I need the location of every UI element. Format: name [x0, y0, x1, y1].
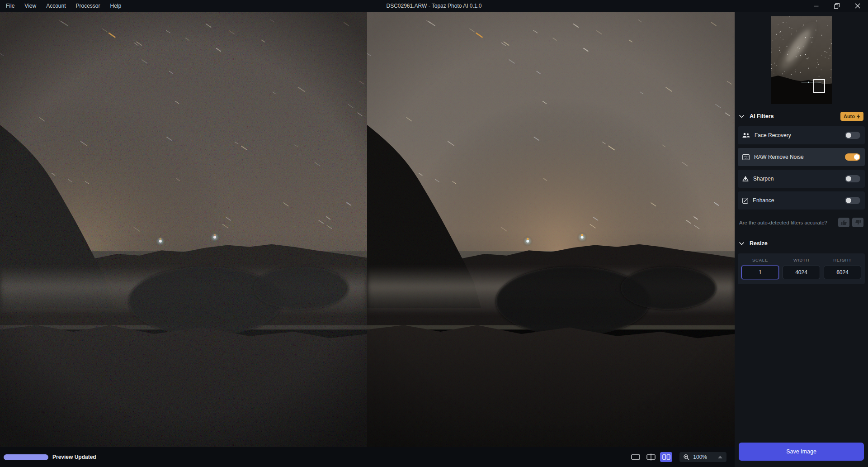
feedback-question: Are the auto-detected filters accurate? — [739, 220, 835, 225]
filter-row-enhance[interactable]: Enhance — [738, 191, 865, 210]
raw-remove-noise-toggle[interactable] — [845, 153, 860, 161]
titlebar: File View Account Processor Help DSC0296… — [0, 0, 868, 12]
thumbs-up-icon — [841, 219, 847, 225]
chevron-down-icon — [739, 115, 744, 118]
filter-label: Enhance — [753, 197, 774, 204]
side-by-side-view-icon — [662, 454, 670, 460]
before-image-panel[interactable] — [0, 12, 367, 447]
resize-card: SCALE WIDTH HEIGHT — [738, 253, 865, 284]
chevron-down-icon — [739, 242, 744, 245]
face-recovery-icon — [742, 133, 750, 138]
toggle-knob — [854, 154, 859, 160]
window-controls — [806, 0, 868, 12]
lightning-icon — [857, 114, 860, 119]
filter-row-raw-remove-noise[interactable]: RAW Remove Noise — [738, 148, 865, 166]
zoom-dropdown-caret-icon[interactable] — [718, 456, 722, 458]
filter-row-face-recovery[interactable]: Face Recovery — [738, 126, 865, 144]
height-label: HEIGHT — [824, 257, 861, 262]
thumbs-up-button[interactable] — [838, 218, 849, 227]
minimize-icon — [814, 4, 819, 9]
sharpen-toggle[interactable] — [845, 175, 860, 182]
menu-account[interactable]: Account — [41, 0, 71, 12]
sidebar: AI Filters Auto Face R — [735, 12, 868, 467]
menu-view[interactable]: View — [19, 0, 41, 12]
face-recovery-toggle[interactable] — [845, 132, 860, 139]
toggle-knob — [846, 133, 851, 138]
toggle-knob — [846, 176, 851, 181]
remove-noise-icon — [742, 154, 750, 160]
restore-button[interactable] — [826, 0, 847, 12]
image-comparison-viewport — [0, 12, 735, 447]
thumbs-down-button[interactable] — [852, 218, 863, 227]
auto-button[interactable]: Auto — [840, 112, 863, 121]
filter-label: Sharpen — [753, 176, 774, 182]
filter-feedback-row: Are the auto-detected filters accurate? — [738, 218, 865, 227]
after-image-panel[interactable] — [367, 12, 735, 447]
resize-title: Resize — [750, 240, 768, 247]
menu-file[interactable]: File — [1, 0, 19, 12]
width-input[interactable] — [783, 266, 820, 279]
enhance-toggle[interactable] — [845, 197, 860, 204]
menu-processor[interactable]: Processor — [71, 0, 105, 12]
enhance-icon — [742, 198, 748, 204]
filter-row-sharpen[interactable]: Sharpen — [738, 170, 865, 188]
sharpen-icon — [742, 176, 749, 181]
save-image-button[interactable]: Save Image — [739, 443, 864, 461]
close-icon — [855, 3, 860, 9]
scale-label: SCALE — [741, 257, 779, 262]
filter-label: Face Recovery — [755, 132, 791, 138]
scale-field: SCALE — [741, 257, 779, 279]
after-image — [367, 12, 735, 447]
toggle-knob — [846, 198, 851, 203]
auto-button-label: Auto — [844, 114, 855, 119]
zoom-control[interactable]: 100% — [679, 452, 726, 462]
status-text: Preview Updated — [52, 454, 96, 460]
single-view-button[interactable] — [629, 452, 642, 462]
restore-icon — [834, 3, 840, 9]
width-label: WIDTH — [783, 257, 820, 262]
scale-input[interactable] — [741, 266, 779, 279]
split-view-icon — [646, 453, 656, 461]
navigator-thumbnail[interactable] — [771, 16, 832, 104]
ai-filters-header[interactable]: AI Filters Auto — [738, 110, 865, 123]
ai-filters-title: AI Filters — [750, 113, 774, 119]
height-field: HEIGHT — [824, 257, 861, 279]
resize-header[interactable]: Resize — [738, 237, 865, 250]
single-view-icon — [631, 454, 640, 460]
app-window: File View Account Processor Help DSC0296… — [0, 0, 868, 467]
side-by-side-view-button[interactable] — [660, 452, 672, 462]
thumbnail-viewport-rect[interactable] — [813, 79, 825, 93]
minimize-button[interactable] — [806, 0, 826, 12]
height-input[interactable] — [824, 266, 861, 279]
progress-bar — [4, 454, 48, 460]
zoom-level: 100% — [693, 454, 707, 460]
width-field: WIDTH — [783, 257, 820, 279]
close-button[interactable] — [847, 0, 868, 12]
filter-label: RAW Remove Noise — [754, 154, 804, 160]
menu-help[interactable]: Help — [105, 0, 127, 12]
window-title: DSC02961.ARW - Topaz Photo AI 0.1.0 — [0, 3, 868, 9]
before-image — [0, 12, 367, 447]
menu-bar: File View Account Processor Help — [0, 0, 126, 12]
thumbs-down-icon — [855, 219, 861, 225]
zoom-in-icon — [684, 454, 689, 460]
split-view-button[interactable] — [645, 452, 657, 462]
status-bar: Preview Updated — [0, 447, 735, 467]
